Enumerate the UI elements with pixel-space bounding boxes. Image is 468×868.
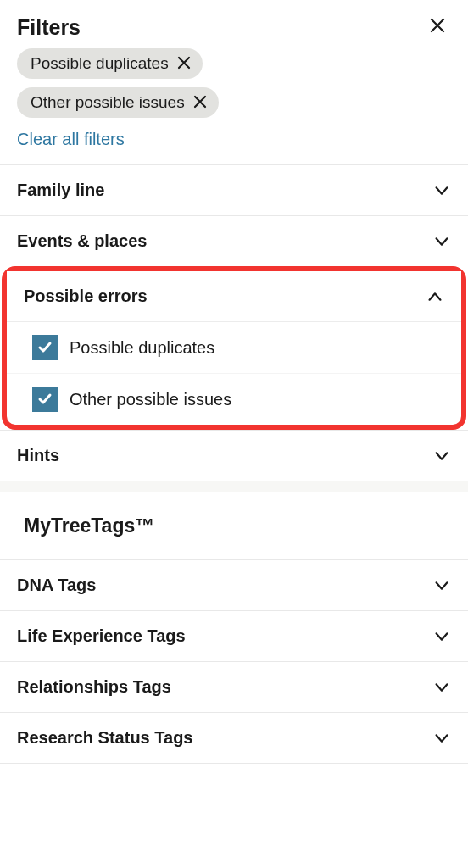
- section-relationships-tags[interactable]: Relationships Tags: [0, 661, 468, 712]
- section-life-experience-tags[interactable]: Life Experience Tags: [0, 610, 468, 661]
- chip-label: Other possible issues: [31, 93, 185, 112]
- checkbox-label: Possible duplicates: [70, 338, 214, 358]
- filters-title: Filters: [17, 15, 81, 40]
- filter-chip[interactable]: Possible duplicates: [17, 48, 203, 79]
- chip-remove-icon[interactable]: [193, 94, 207, 111]
- section-label: Life Experience Tags: [17, 626, 186, 646]
- checkbox-row[interactable]: Possible duplicates: [7, 322, 461, 374]
- filters-header: Filters: [0, 0, 468, 40]
- close-icon[interactable]: [424, 15, 451, 39]
- active-filter-chips: Possible duplicates Other possible issue…: [0, 40, 468, 126]
- section-label: Possible errors: [24, 287, 148, 306]
- section-family-line[interactable]: Family line: [0, 164, 468, 215]
- checkbox-row[interactable]: Other possible issues: [7, 374, 461, 425]
- checkbox-label: Other possible issues: [70, 390, 231, 409]
- section-label: DNA Tags: [17, 576, 96, 595]
- mytreetags-header: MyTreeTags™: [0, 492, 468, 559]
- section-label: Research Status Tags: [17, 728, 193, 748]
- section-dna-tags[interactable]: DNA Tags: [0, 559, 468, 610]
- chevron-up-icon: [426, 287, 444, 306]
- filter-chip[interactable]: Other possible issues: [17, 87, 219, 118]
- chip-remove-icon[interactable]: [177, 55, 191, 72]
- section-hints[interactable]: Hints: [0, 430, 468, 481]
- section-divider: [0, 481, 468, 492]
- section-label: Events & places: [17, 231, 147, 251]
- chevron-down-icon: [432, 181, 451, 200]
- checkbox-checked-icon[interactable]: [32, 387, 58, 412]
- section-research-status-tags[interactable]: Research Status Tags: [0, 712, 468, 764]
- clear-all-filters-link[interactable]: Clear all filters: [0, 126, 468, 164]
- section-label: Relationships Tags: [17, 677, 171, 697]
- section-label: Hints: [17, 446, 59, 465]
- section-label: Family line: [17, 181, 104, 200]
- chevron-down-icon: [432, 576, 451, 595]
- chevron-down-icon: [432, 232, 451, 251]
- highlight-annotation: Possible errors Possible duplicates Othe…: [2, 266, 466, 430]
- checkbox-checked-icon[interactable]: [32, 335, 58, 360]
- chip-label: Possible duplicates: [31, 54, 169, 73]
- chevron-down-icon: [432, 627, 451, 646]
- section-events-places[interactable]: Events & places: [0, 215, 468, 266]
- chevron-down-icon: [432, 729, 451, 748]
- chevron-down-icon: [432, 447, 451, 465]
- possible-errors-options: Possible duplicates Other possible issue…: [7, 321, 461, 425]
- chevron-down-icon: [432, 678, 451, 697]
- section-possible-errors[interactable]: Possible errors: [7, 271, 461, 321]
